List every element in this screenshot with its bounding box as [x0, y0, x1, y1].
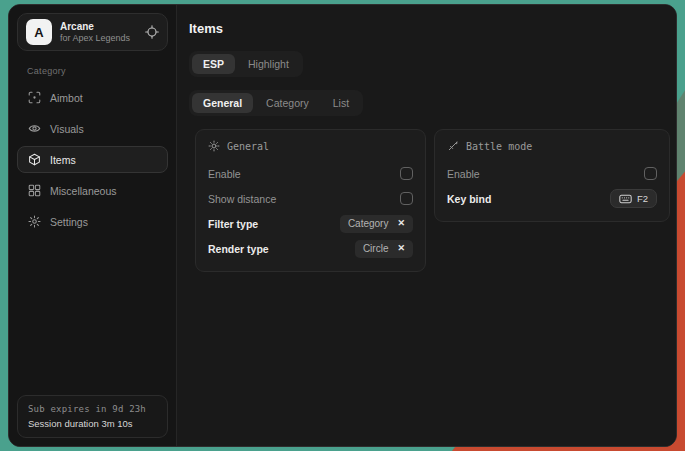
setting-row-key-bind: Key bind F2 — [447, 186, 657, 211]
setting-row-battle-enable: Enable — [447, 161, 657, 186]
show-distance-checkbox[interactable] — [400, 192, 413, 205]
battle-panel-header: Battle mode — [447, 140, 657, 152]
sun-icon — [208, 140, 220, 152]
battle-panel-title: Battle mode — [466, 141, 532, 152]
sidebar-item-label: Visuals — [50, 123, 84, 135]
crosshair-icon[interactable] — [145, 25, 159, 39]
app-title: Arcane — [60, 21, 130, 32]
app-text: Arcane for Apex Legends — [60, 21, 130, 43]
render-type-value: Circle — [363, 243, 389, 254]
session-duration-text: Session duration 3m 10s — [28, 418, 157, 429]
general-panel-header: General — [208, 140, 413, 152]
setting-row-render-type: Render type Circle ✕ — [208, 236, 413, 261]
app-header-card: A Arcane for Apex Legends — [17, 13, 168, 51]
app-window: A Arcane for Apex Legends Category — [8, 4, 677, 447]
tab-highlight[interactable]: Highlight — [237, 54, 300, 74]
clear-icon[interactable]: ✕ — [397, 244, 405, 253]
sidebar: A Arcane for Apex Legends Category — [9, 5, 177, 446]
app-logo: A — [26, 19, 52, 45]
view-tab-group: General Category List — [189, 90, 363, 116]
tab-list[interactable]: List — [322, 93, 360, 113]
keyboard-icon — [619, 194, 632, 204]
crosshair-scan-icon — [28, 91, 41, 104]
panels-container: General Enable Show distance Filter type… — [195, 129, 670, 272]
battle-enable-checkbox[interactable] — [644, 167, 657, 180]
subscription-info-card: Sub expires in 9d 23h Session duration 3… — [17, 395, 168, 438]
sidebar-item-label: Aimbot — [50, 92, 83, 104]
main-content: Items ESP Highlight General Category Lis… — [177, 5, 677, 446]
sidebar-item-visuals[interactable]: Visuals — [17, 115, 168, 142]
sidebar-item-miscellaneous[interactable]: Miscellaneous — [17, 177, 168, 204]
sword-icon — [447, 140, 459, 152]
setting-label: Render type — [208, 243, 269, 255]
setting-label: Enable — [208, 168, 241, 180]
setting-label: Enable — [447, 168, 480, 180]
tab-esp[interactable]: ESP — [192, 54, 235, 74]
sidebar-item-settings[interactable]: Settings — [17, 208, 168, 235]
sidebar-nav: Aimbot Visuals Items — [17, 84, 168, 235]
sidebar-item-label: Items — [50, 154, 76, 166]
keybind-button[interactable]: F2 — [610, 189, 657, 208]
enable-checkbox[interactable] — [400, 167, 413, 180]
gear-icon — [28, 215, 41, 228]
general-panel: General Enable Show distance Filter type… — [195, 129, 426, 272]
mode-tab-row: ESP Highlight — [189, 51, 670, 77]
app-subtitle: for Apex Legends — [60, 33, 130, 43]
setting-row-show-distance: Show distance — [208, 186, 413, 211]
setting-label: Filter type — [208, 218, 258, 230]
category-label: Category — [27, 66, 168, 76]
sidebar-item-aimbot[interactable]: Aimbot — [17, 84, 168, 111]
sub-expiry-text: Sub expires in 9d 23h — [28, 404, 157, 414]
page-title: Items — [189, 21, 670, 36]
sidebar-item-items[interactable]: Items — [17, 146, 168, 173]
render-type-select[interactable]: Circle ✕ — [355, 240, 413, 258]
box-icon — [28, 153, 41, 166]
tab-general[interactable]: General — [192, 93, 253, 113]
grid-icon — [28, 184, 41, 197]
setting-row-enable: Enable — [208, 161, 413, 186]
battle-mode-panel: Battle mode Enable Key bind — [434, 129, 670, 222]
filter-type-select[interactable]: Category ✕ — [340, 215, 413, 233]
sidebar-item-label: Settings — [50, 216, 88, 228]
filter-type-value: Category — [348, 218, 389, 229]
view-tab-row: General Category List — [189, 90, 670, 116]
setting-row-filter-type: Filter type Category ✕ — [208, 211, 413, 236]
eye-icon — [28, 122, 41, 135]
setting-label: Show distance — [208, 193, 276, 205]
sidebar-item-label: Miscellaneous — [50, 185, 117, 197]
mode-tab-group: ESP Highlight — [189, 51, 303, 77]
tab-category[interactable]: Category — [255, 93, 320, 113]
clear-icon[interactable]: ✕ — [397, 219, 405, 228]
general-panel-title: General — [227, 141, 269, 152]
setting-label: Key bind — [447, 193, 491, 205]
keybind-value: F2 — [637, 193, 648, 204]
